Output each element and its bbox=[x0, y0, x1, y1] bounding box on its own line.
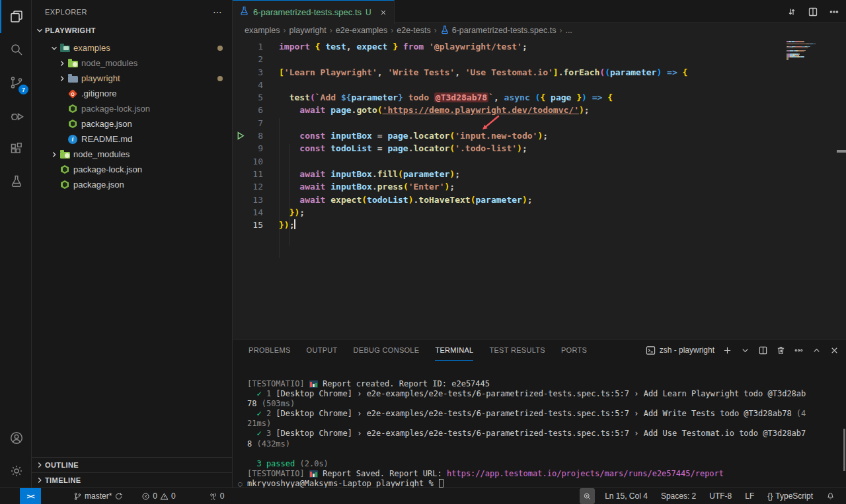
code-line[interactable]: 1import { test, expect } from '@playwrig… bbox=[233, 40, 846, 53]
zoom-indicator[interactable] bbox=[580, 488, 595, 504]
code-line[interactable]: 13 await expect(todoList).toHaveText(par… bbox=[233, 194, 846, 206]
code-line[interactable]: 3['Learn Playwright', 'Write Tests', 'Us… bbox=[233, 66, 846, 79]
tab-6-parametrized-tests[interactable]: 6-parametrized-tests.spec.ts U bbox=[233, 0, 395, 24]
code-line[interactable]: 5 test(`Add ${parameter} todo @T3d28ab78… bbox=[233, 91, 846, 104]
code-link[interactable]: 'https://demo.playwright.dev/todomvc/' bbox=[383, 105, 579, 115]
explorer-more-actions-icon[interactable]: ⋯ bbox=[213, 7, 223, 17]
code-editor[interactable]: 1import { test, expect } from '@playwrig… bbox=[233, 38, 846, 339]
panel-tab-debug-console[interactable]: DEBUG CONSOLE bbox=[354, 340, 420, 361]
code-line[interactable]: 9 const todoList = page.locator('.todo-l… bbox=[233, 142, 846, 155]
code-line[interactable]: 8 const inputBox = page.locator('input.n… bbox=[233, 129, 846, 142]
explorer-icon[interactable] bbox=[0, 0, 32, 33]
terminal-scrollbar[interactable] bbox=[843, 429, 845, 471]
tree-item-node-modules[interactable]: node_modules bbox=[32, 147, 232, 162]
panel-tab-test-results[interactable]: TEST RESULTS bbox=[489, 340, 545, 361]
close-tab-icon[interactable] bbox=[379, 9, 387, 17]
chevron-right-icon bbox=[34, 475, 45, 486]
ports-status[interactable]: 0 bbox=[206, 488, 228, 504]
tree-item-package-json[interactable]: package.json bbox=[32, 177, 232, 192]
notifications-bell-icon[interactable] bbox=[823, 488, 838, 504]
terminal-line: 78 (503ms) bbox=[247, 399, 846, 409]
panel-tab-problems[interactable]: PROBLEMS bbox=[249, 340, 291, 361]
maximize-panel-chevron-up-icon[interactable] bbox=[812, 345, 822, 355]
tree-item-label: package.json bbox=[73, 180, 124, 190]
git-branch-status[interactable]: master* bbox=[70, 488, 126, 504]
open-changes-icon[interactable] bbox=[787, 7, 797, 17]
line-number: 14 bbox=[233, 206, 263, 219]
npm-icon bbox=[67, 104, 78, 114]
section-outline[interactable]: OUTLINE bbox=[32, 457, 232, 472]
tree-item-gitignore[interactable]: .gitignore bbox=[32, 86, 232, 101]
tree-item-readme-md[interactable]: README.md bbox=[32, 131, 232, 147]
accounts-icon[interactable] bbox=[0, 421, 32, 454]
folder-examples-icon bbox=[59, 43, 70, 54]
code-line[interactable]: 12 await inputBox.press('Enter'); bbox=[233, 180, 846, 193]
tree-item-package-lock-json[interactable]: package-lock.json bbox=[32, 162, 232, 177]
encoding-status[interactable]: UTF-8 bbox=[706, 488, 735, 504]
run-debug-icon[interactable] bbox=[0, 99, 32, 132]
terminal-output[interactable]: [TESTOMATIO] Report created. Report ID: … bbox=[233, 361, 846, 487]
code-line[interactable]: 7 bbox=[233, 117, 846, 129]
section-label: TIMELINE bbox=[45, 476, 81, 484]
branch-icon bbox=[73, 492, 82, 501]
code-line[interactable]: 10 bbox=[233, 155, 846, 168]
remote-indicator[interactable]: >< bbox=[20, 488, 41, 504]
breadcrumb-item[interactable]: ... bbox=[565, 26, 572, 35]
folder-node-icon bbox=[67, 58, 78, 69]
terminal-session[interactable]: zsh - playwright bbox=[646, 345, 714, 355]
problems-status[interactable]: 0 0 bbox=[138, 488, 178, 504]
code-line[interactable]: 15}); bbox=[233, 219, 846, 231]
panel-more-actions-icon[interactable] bbox=[794, 345, 804, 355]
terminal-report-link[interactable]: https://app.testomat.io/projects/mars/ru… bbox=[447, 469, 724, 478]
testing-icon[interactable] bbox=[0, 165, 32, 198]
source-control-icon[interactable]: 7 bbox=[0, 66, 32, 99]
kill-terminal-trash-icon[interactable] bbox=[776, 345, 786, 355]
search-icon[interactable] bbox=[0, 33, 32, 66]
tree-item-package-lock-json[interactable]: package-lock.json bbox=[32, 101, 232, 116]
terminal-profile-chevron-down-icon[interactable] bbox=[740, 345, 750, 355]
language-mode[interactable]: {}TypeScript bbox=[764, 488, 816, 504]
editor-more-actions-icon[interactable] bbox=[829, 7, 839, 17]
breadcrumb-item[interactable]: examples bbox=[245, 26, 280, 35]
panel-tab-output[interactable]: OUTPUT bbox=[307, 340, 338, 361]
code-line[interactable]: 11 await inputBox.fill(parameter); bbox=[233, 168, 846, 180]
tree-item-package-json[interactable]: package.json bbox=[32, 116, 232, 131]
settings-gear-icon[interactable] bbox=[0, 454, 32, 487]
line-number: 4 bbox=[233, 79, 263, 91]
code-line[interactable]: 2 bbox=[233, 53, 846, 65]
branch-name: master* bbox=[85, 491, 112, 501]
split-editor-icon[interactable] bbox=[808, 7, 818, 17]
editor-tab-bar: 6-parametrized-tests.spec.ts U bbox=[233, 0, 846, 23]
code-line[interactable]: 4 bbox=[233, 79, 846, 91]
breadcrumb-item[interactable]: e2e-tests bbox=[397, 26, 430, 35]
indentation-status[interactable]: Spaces: 2 bbox=[658, 488, 699, 504]
minimap[interactable] bbox=[787, 41, 834, 60]
split-terminal-icon[interactable] bbox=[758, 345, 768, 355]
code-text: }); bbox=[279, 206, 846, 219]
close-panel-icon[interactable] bbox=[829, 345, 839, 355]
new-terminal-icon[interactable] bbox=[722, 345, 732, 355]
code-line[interactable]: 14 }); bbox=[233, 206, 846, 219]
chevron-down-icon bbox=[49, 43, 59, 54]
tree-item-node-modules[interactable]: node_modules bbox=[32, 55, 232, 71]
breadcrumb-item[interactable]: e2e-examples bbox=[336, 26, 388, 35]
editor-region: 6-parametrized-tests.spec.ts U examples›… bbox=[233, 0, 846, 487]
workspace-section-playwright[interactable]: PLAYWRIGHT bbox=[32, 23, 232, 38]
panel-tab-ports[interactable]: PORTS bbox=[561, 340, 587, 361]
run-test-icon[interactable] bbox=[236, 131, 246, 141]
eol-status[interactable]: LF bbox=[742, 488, 757, 504]
panel-tab-terminal[interactable]: TERMINAL bbox=[435, 340, 473, 361]
cursor-position[interactable]: Ln 15, Col 4 bbox=[601, 488, 651, 504]
tree-item-examples[interactable]: examples bbox=[32, 40, 232, 55]
breadcrumb-label: e2e-tests bbox=[397, 26, 430, 35]
breadcrumb-item[interactable]: 6-parametrized-tests.spec.ts bbox=[440, 25, 557, 36]
file-tree: examplesnode_modulesplaywright.gitignore… bbox=[32, 40, 232, 192]
code-line[interactable]: 6 await page.goto('https://demo.playwrig… bbox=[233, 104, 846, 116]
terminal-line: ✓ 3 [Desktop Chrome] › e2e-examples/e2e-… bbox=[247, 429, 846, 439]
code-text: await expect(todoList).toHaveText(parame… bbox=[279, 194, 846, 206]
section-timeline[interactable]: TIMELINE bbox=[32, 472, 232, 487]
terminal-line: [TESTOMATIO] Report created. Report ID: … bbox=[247, 379, 846, 389]
tree-item-playwright[interactable]: playwright bbox=[32, 71, 232, 86]
breadcrumb-item[interactable]: playwright bbox=[289, 26, 327, 35]
extensions-icon[interactable] bbox=[0, 132, 32, 165]
